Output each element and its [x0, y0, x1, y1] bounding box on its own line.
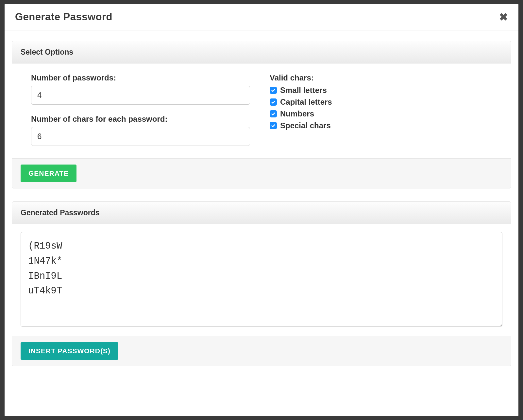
generated-passwords-output[interactable] — [21, 232, 502, 327]
num-passwords-input[interactable] — [31, 86, 250, 105]
checkbox-special-chars[interactable] — [270, 122, 277, 129]
num-chars-group: Number of chars for each password: — [31, 114, 250, 146]
insert-passwords-button[interactable]: Insert Password(s) — [21, 342, 118, 360]
checkbox-capital-letters[interactable] — [270, 98, 277, 106]
close-icon: ✖ — [499, 11, 508, 23]
select-options-footer: Generate — [12, 158, 511, 188]
checkbox-item-special-chars: Special chars — [270, 121, 492, 130]
checkmark-icon — [271, 112, 276, 116]
checkbox-label-capital-letters[interactable]: Capital letters — [280, 97, 332, 107]
num-passwords-group: Number of passwords: — [31, 73, 250, 105]
options-right-column: Valid chars: Small letters — [270, 73, 492, 146]
modal-body: Select Options Number of passwords: Numb… — [5, 30, 518, 416]
checkmark-icon — [271, 123, 276, 128]
select-options-title: Select Options — [21, 48, 502, 57]
checkbox-item-numbers: Numbers — [270, 109, 492, 118]
select-options-heading: Select Options — [12, 41, 511, 63]
num-chars-input[interactable] — [31, 127, 250, 146]
generated-passwords-body — [12, 224, 511, 336]
generate-button[interactable]: Generate — [21, 165, 76, 182]
num-passwords-label: Number of passwords: — [31, 73, 250, 82]
generated-passwords-panel: Generated Passwords Insert Password(s) — [12, 201, 511, 366]
generated-passwords-title: Generated Passwords — [21, 208, 502, 217]
valid-chars-checkbox-group: Small letters Capital letters — [270, 86, 492, 130]
generated-passwords-footer: Insert Password(s) — [12, 336, 511, 366]
checkbox-label-special-chars[interactable]: Special chars — [280, 121, 331, 130]
generate-password-modal: Generate Password ✖ Select Options Numbe… — [5, 4, 518, 416]
options-left-column: Number of passwords: Number of chars for… — [31, 73, 250, 146]
generated-passwords-heading: Generated Passwords — [12, 202, 511, 224]
checkbox-numbers[interactable] — [270, 110, 277, 117]
checkbox-label-small-letters[interactable]: Small letters — [280, 86, 327, 95]
checkbox-item-small-letters: Small letters — [270, 86, 492, 95]
checkmark-icon — [271, 100, 276, 104]
checkbox-small-letters[interactable] — [270, 87, 277, 94]
valid-chars-label: Valid chars: — [270, 73, 492, 82]
num-chars-label: Number of chars for each password: — [31, 114, 250, 124]
select-options-panel: Select Options Number of passwords: Numb… — [12, 41, 511, 188]
modal-header: Generate Password ✖ — [5, 4, 518, 30]
checkmark-icon — [271, 88, 276, 93]
select-options-body: Number of passwords: Number of chars for… — [12, 63, 511, 158]
options-row: Number of passwords: Number of chars for… — [31, 73, 492, 146]
modal-title: Generate Password — [15, 11, 112, 23]
close-button[interactable]: ✖ — [499, 12, 508, 22]
checkbox-label-numbers[interactable]: Numbers — [280, 109, 314, 118]
checkbox-item-capital-letters: Capital letters — [270, 97, 492, 107]
